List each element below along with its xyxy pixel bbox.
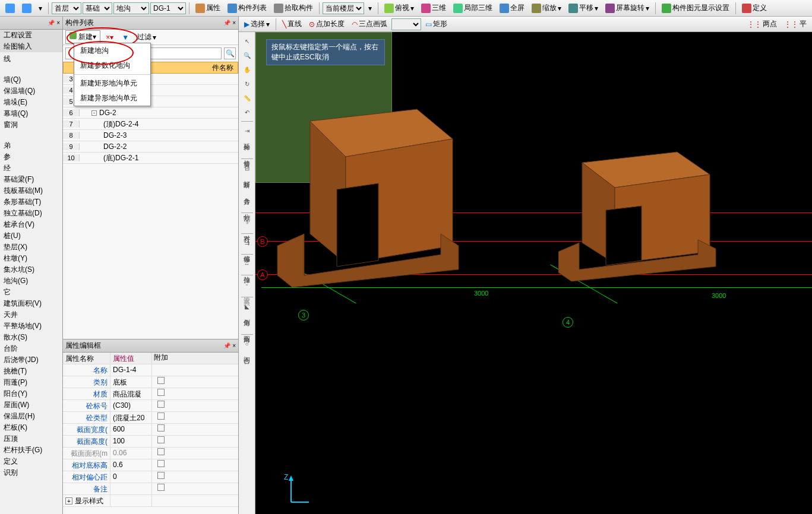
popup-new-ditch[interactable]: 新建地沟: [74, 43, 150, 58]
btn-define[interactable]: 定义: [739, 1, 770, 15]
btn-rotate[interactable]: 屏幕旋转▾: [602, 1, 652, 15]
tree-item[interactable]: 天井: [0, 309, 62, 321]
list-row[interactable]: 8DG-2-3: [63, 130, 238, 141]
btn-new[interactable]: 新建▾: [65, 30, 100, 44]
btn-attr[interactable]: 属性: [192, 1, 223, 15]
list-row[interactable]: 9DG-2-2: [63, 141, 238, 153]
tree-item[interactable]: 窗洞: [0, 119, 62, 131]
sel-canvas[interactable]: [391, 18, 421, 30]
tree-item[interactable]: 经: [0, 163, 62, 174]
hdr-draw[interactable]: 绘图输入: [0, 41, 62, 52]
prop-row[interactable]: 相对偏心距0: [63, 471, 238, 483]
btn-pan[interactable]: 平移▾: [565, 1, 601, 15]
btn-line[interactable]: ╲ 直线: [279, 17, 305, 31]
btn-3d[interactable]: 三维: [418, 1, 449, 15]
prop-row[interactable]: 备注: [63, 483, 238, 495]
sel-curfloor[interactable]: 当前楼层: [323, 2, 364, 14]
tree-item[interactable]: 阳台(Y): [0, 388, 62, 399]
vtb-cursor[interactable]: ↖: [241, 34, 254, 47]
tree-item[interactable]: 栏板(K): [0, 422, 62, 433]
tree-item[interactable]: 桩承台(V): [0, 219, 62, 230]
vtb-rot[interactable]: ↻: [241, 77, 254, 90]
tree-item[interactable]: 线: [0, 53, 62, 65]
tree-item[interactable]: 栏杆扶手(G): [0, 445, 62, 456]
tree-item[interactable]: 条形基础(T): [0, 196, 62, 208]
tree-item[interactable]: 定义: [0, 456, 62, 467]
btn-filter[interactable]: 过滤▾: [134, 30, 159, 44]
tree-item[interactable]: 独立基础(D): [0, 208, 62, 219]
prop-dispstyle[interactable]: +显示样式: [63, 495, 238, 507]
btn-ptlen[interactable]: ⊙ 点加长度: [306, 17, 347, 31]
prop-row[interactable]: 类别底板: [63, 376, 238, 388]
btn-persp[interactable]: 俯视▾: [381, 1, 417, 15]
prop-pin-icon[interactable]: 📌 ×: [223, 342, 236, 349]
pin-icon[interactable]: 📌 ×: [48, 20, 60, 26]
vtb-setpt[interactable]: ◦: [241, 278, 254, 291]
popup-new-irreg[interactable]: 新建异形地沟单元: [74, 91, 150, 106]
tree-item[interactable]: 它: [0, 287, 62, 298]
tree-item[interactable]: 识别: [0, 467, 62, 478]
btn-local3d[interactable]: 局部三维: [450, 1, 495, 15]
vtb-fillet[interactable]: ◟: [241, 316, 254, 329]
prop-row[interactable]: 相对底标高0.6: [63, 459, 238, 471]
btn-full[interactable]: 全屏: [497, 1, 527, 15]
tb-down[interactable]: ▾: [365, 2, 375, 14]
vtb-offset[interactable]: ⇉: [241, 236, 254, 249]
tree-item[interactable]: 平整场地(V): [0, 321, 62, 332]
tree-item[interactable]: 后浇带(JD): [0, 354, 62, 366]
tree-item[interactable]: 压顶: [0, 433, 62, 445]
prop-row[interactable]: 截面宽度(600: [63, 424, 238, 436]
vtb-zoom[interactable]: 🔍: [241, 49, 254, 62]
prop-row[interactable]: 截面高度(100: [63, 436, 238, 448]
tree-item[interactable]: 保温墙(Q): [0, 85, 62, 97]
tree-item[interactable]: 挑檐(T): [0, 366, 62, 377]
btn-dispset[interactable]: 构件图元显示设置: [659, 1, 732, 15]
prop-row[interactable]: 名称DG-1-4: [63, 364, 238, 376]
vtb-split[interactable]: ⋮: [241, 195, 254, 208]
list-row[interactable]: 10(底)DG-2-1: [63, 153, 238, 164]
tree-item[interactable]: 墙(Q): [0, 74, 62, 85]
tb-undo[interactable]: [2, 2, 18, 15]
tree-item[interactable]: 散水(S): [0, 332, 62, 343]
btn-complist[interactable]: 构件列表: [225, 1, 270, 15]
vtb-undo2[interactable]: ↶: [241, 106, 254, 119]
list-row[interactable]: 7(顶)DG-2-4: [63, 119, 238, 130]
prop-row[interactable]: 截面面积(m0.06: [63, 448, 238, 459]
vtb-break[interactable]: ⊟: [241, 161, 254, 174]
btn-arc3[interactable]: ◠ 三点画弧: [349, 17, 390, 31]
vtb-ext[interactable]: ⇥: [241, 124, 254, 137]
vtb-trim[interactable]: ✂: [241, 141, 254, 154]
vtb-meas[interactable]: 📏: [241, 91, 254, 104]
popup-new-param[interactable]: 新建参数化地沟: [74, 58, 150, 73]
tree-item[interactable]: 台阶: [0, 343, 62, 354]
tree-item[interactable]: 保温层(H): [0, 411, 62, 422]
tree-item[interactable]: 墙垛(E): [0, 97, 62, 108]
tree-item[interactable]: 柱墩(Y): [0, 253, 62, 264]
tb-redo[interactable]: [19, 2, 34, 15]
btn-rect[interactable]: ▭ 矩形: [422, 17, 450, 31]
expand-icon[interactable]: +: [65, 497, 72, 505]
sel-dg[interactable]: DG-1: [150, 2, 186, 14]
vtb-merge[interactable]: ⊞: [241, 178, 254, 191]
sel-base[interactable]: 基础: [83, 2, 112, 14]
tree-item[interactable]: 弟: [0, 140, 62, 151]
btn-2pt[interactable]: ⋮⋮ 两点: [744, 17, 780, 31]
list-row[interactable]: 6-DG-2: [63, 107, 238, 119]
tree-item[interactable]: 参: [0, 151, 62, 163]
tb-more[interactable]: ▾: [36, 2, 45, 14]
btn-filter-icon[interactable]: ▼: [119, 31, 132, 43]
popup-new-rect[interactable]: 新建矩形地沟单元: [74, 76, 150, 91]
sel-floor[interactable]: 首层: [52, 2, 81, 14]
sel-ditch[interactable]: 地沟: [113, 2, 149, 14]
prop-row[interactable]: 砼标号(C30): [63, 400, 238, 412]
tree-item[interactable]: 集水坑(S): [0, 264, 62, 275]
tree-item[interactable]: 垫层(X): [0, 242, 62, 253]
tree-item[interactable]: 建筑面积(V): [0, 298, 62, 309]
btn-zoom[interactable]: 缩放▾: [529, 1, 564, 15]
prop-row[interactable]: 材质商品混凝: [63, 388, 238, 400]
tree-item[interactable]: [0, 131, 62, 140]
btn-pick[interactable]: 拾取构件: [271, 1, 316, 15]
tree-item[interactable]: 筏板基础(M): [0, 185, 62, 196]
btn-del[interactable]: ×▾: [103, 31, 116, 43]
vtb-align[interactable]: ⫴: [241, 215, 254, 229]
